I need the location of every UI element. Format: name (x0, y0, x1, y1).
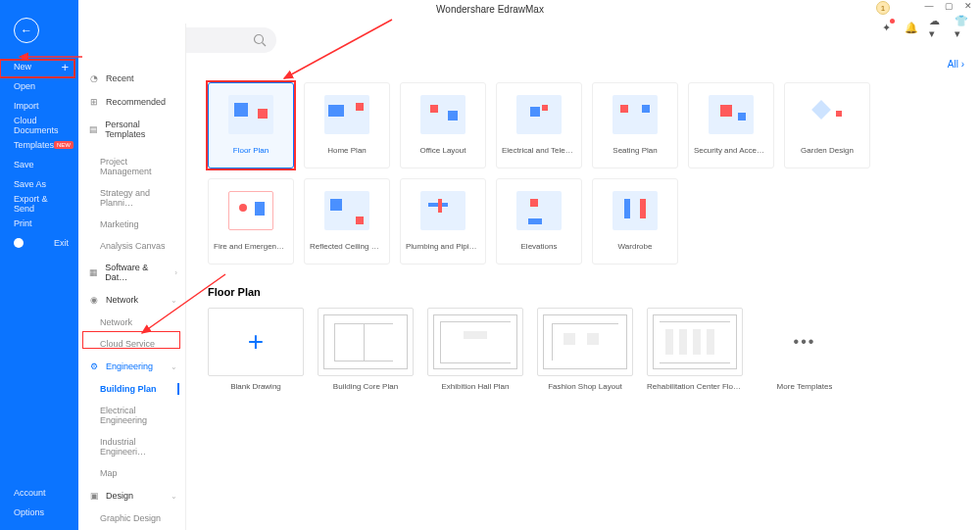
sidebar-label: Options (14, 507, 44, 517)
template-item[interactable]: Rehabilitation Center Floor Pl… (647, 308, 743, 391)
sidebar-item-templates[interactable]: Templates NEW (0, 135, 78, 155)
sidebar-label: Import (14, 101, 39, 111)
cat-recent[interactable]: ◔Recent (78, 67, 185, 90)
cat-sub[interactable]: Industrial Engineeri… (78, 431, 185, 462)
sidebar-item-exit[interactable]: Exit (0, 233, 78, 253)
thumb-icon (228, 191, 273, 230)
svg-line-1 (263, 43, 267, 47)
cloud-icon[interactable]: ☁▾ (929, 20, 945, 35)
svg-point-0 (255, 35, 264, 44)
cat-sub[interactable]: Strategy and Planni… (78, 182, 185, 214)
back-button[interactable]: ← (14, 18, 39, 43)
search-icon[interactable] (253, 33, 267, 51)
tile[interactable]: Seating Plan (592, 82, 678, 169)
cat-label: Building Plan (100, 384, 157, 394)
cat-software[interactable]: ▦Software & Dat…› (78, 257, 185, 288)
thumb-icon (228, 95, 273, 134)
sidebar-item-print[interactable]: Print (0, 214, 78, 233)
tile[interactable]: Fire and Emergency Pl… (208, 178, 294, 265)
cat-label: Software & Dat… (105, 263, 169, 282)
tile[interactable]: Garden Design (784, 82, 870, 169)
cat-sub[interactable]: Marketing (78, 214, 185, 235)
template-item[interactable]: Fashion Shop Layout (537, 308, 633, 391)
chevron-down-icon: ⌄ (171, 492, 177, 501)
gift-icon[interactable]: ✦ (878, 20, 894, 35)
tile-label: Electrical and Telecom… (498, 146, 580, 155)
cat-network[interactable]: ◉Network⌄ (78, 288, 185, 312)
close-icon[interactable]: ✕ (962, 0, 974, 12)
tpl-label: Exhibition Hall Plan (442, 382, 510, 391)
template-item[interactable]: Exhibition Hall Plan (427, 308, 523, 391)
bell-icon[interactable]: 🔔 (904, 20, 919, 35)
thumb-icon (612, 191, 658, 230)
cat-label: Recommended (106, 97, 166, 107)
thumb-icon (805, 95, 850, 134)
tile[interactable]: Plumbing and Piping … (400, 178, 486, 265)
cat-design[interactable]: ▣Design⌄ (78, 484, 185, 507)
cat-sub[interactable]: Electrical Engineering (78, 400, 185, 431)
sidebar: ← New + Open Import Cloud Documents Temp… (0, 0, 78, 530)
sidebar-item-options[interactable]: Options (0, 503, 78, 522)
all-link[interactable]: All › (948, 59, 964, 70)
sidebar-item-cloud[interactable]: Cloud Documents (0, 116, 78, 135)
thumb-icon (324, 95, 369, 134)
tile[interactable]: Reflected Ceiling Plan (304, 178, 390, 265)
window-controls: — ▢ ✕ (923, 0, 974, 12)
tile[interactable]: Office Layout (400, 82, 486, 169)
tile[interactable]: Home Plan (304, 82, 390, 169)
sidebar-item-export[interactable]: Export & Send (0, 194, 78, 214)
cat-label: Network (100, 317, 132, 327)
user-badge[interactable]: 1 (876, 1, 890, 15)
cat-sub[interactable]: Network (78, 312, 185, 333)
cat-label: Design (106, 491, 133, 501)
thumb-icon (612, 95, 658, 134)
tshirt-icon[interactable]: 👕▾ (955, 20, 970, 35)
sidebar-label: Print (14, 218, 32, 228)
cat-personal[interactable]: ▤Personal Templates (78, 114, 185, 145)
cat-sub[interactable]: Map (78, 462, 185, 484)
template-more[interactable]: •••More Templates (757, 308, 853, 391)
palette-icon: ▣ (88, 490, 100, 502)
sidebar-label: Templates (14, 140, 54, 150)
sidebar-item-saveas[interactable]: Save As (0, 174, 78, 194)
sidebar-label: Exit (54, 238, 69, 248)
tile[interactable]: Electrical and Telecom… (496, 82, 582, 169)
sidebar-label: Save As (14, 179, 46, 189)
cat-label: Analysis Canvas (100, 241, 166, 251)
cat-recommended[interactable]: ⊞Recommended (78, 90, 185, 114)
cat-label: Engineering (106, 361, 153, 371)
clock-icon: ◔ (88, 72, 100, 84)
template-list: +Blank Drawing Building Core Plan Exhibi… (208, 308, 962, 391)
minimize-icon[interactable]: — (923, 0, 935, 12)
cat-sub[interactable]: Graphic Design (78, 507, 185, 529)
folder-icon: ▤ (88, 123, 99, 135)
sidebar-item-save[interactable]: Save (0, 155, 78, 174)
cat-sub[interactable]: Analysis Canvas (78, 235, 185, 257)
thumb-icon (420, 191, 466, 230)
cat-engineering[interactable]: ⚙Engineering⌄ (78, 355, 185, 378)
thumb-icon (709, 95, 754, 134)
tpl-label: Rehabilitation Center Floor Pl… (647, 382, 743, 391)
tile-label: Garden Design (797, 146, 858, 155)
tile[interactable]: Security and Access Pl… (688, 82, 774, 169)
plan-thumb (323, 314, 408, 369)
thumb-icon (324, 191, 369, 230)
tile-label: Security and Access Pl… (690, 146, 772, 155)
template-item[interactable]: Building Core Plan (318, 308, 414, 391)
maximize-icon[interactable]: ▢ (943, 0, 955, 12)
tile-label: Seating Plan (609, 146, 661, 155)
sidebar-item-open[interactable]: Open (0, 76, 78, 96)
thumb-icon (516, 191, 562, 230)
plan-thumb (653, 314, 737, 369)
template-blank[interactable]: +Blank Drawing (208, 308, 304, 391)
tile[interactable]: Elevations (496, 178, 582, 265)
tile-label: Fire and Emergency Pl… (210, 242, 292, 251)
sidebar-item-import[interactable]: Import (0, 96, 78, 116)
cat-building-plan[interactable]: Building Plan (78, 378, 185, 400)
cat-sub[interactable]: Project Management (78, 151, 185, 182)
tile[interactable]: Wardrobe (592, 178, 678, 265)
annotation-highlight (82, 331, 180, 349)
tile-floor-plan[interactable]: Floor Plan (208, 82, 294, 169)
sidebar-item-account[interactable]: Account (0, 483, 78, 503)
tile-label: Home Plan (323, 146, 370, 155)
